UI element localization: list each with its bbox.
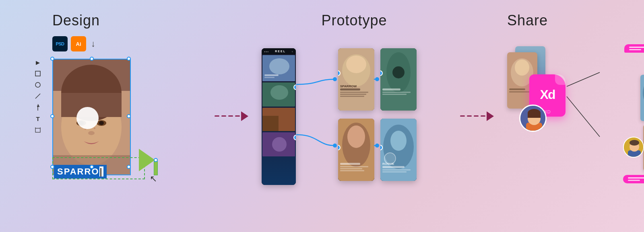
design-section: Design PSD Ai ↓ ▶: [0, 0, 213, 232]
handle-top-center[interactable]: [90, 57, 94, 61]
dash: [221, 115, 226, 117]
design-canvas: ▶ T: [52, 59, 149, 191]
svg-rect-57: [382, 169, 411, 170]
svg-point-62: [375, 77, 379, 81]
prototype-canvas: ●●● REEL ≡: [258, 40, 451, 201]
svg-point-61: [333, 144, 337, 148]
dash: [467, 115, 472, 117]
share-title: Share: [507, 12, 548, 29]
comment-line: [628, 180, 640, 181]
small-phone-1: [640, 75, 644, 121]
svg-line-75: [567, 96, 600, 137]
svg-rect-68: [509, 91, 531, 92]
handle-top-left[interactable]: [50, 57, 54, 61]
svg-rect-36: [340, 94, 366, 95]
rectangle-tool[interactable]: [34, 70, 41, 77]
svg-point-22: [269, 58, 289, 74]
prototype-section: Prototype ●●● REEL ≡: [250, 0, 459, 232]
dash: [215, 115, 219, 117]
svg-rect-23: [264, 74, 279, 76]
handle-mid-left[interactable]: [50, 114, 54, 118]
comment-line: [629, 49, 641, 50]
svg-rect-24: [264, 77, 275, 78]
xd-large-label: Xd: [540, 87, 555, 102]
illustrator-icon[interactable]: Ai: [71, 36, 86, 51]
dash: [481, 115, 485, 117]
arrow-design-to-proto: [213, 111, 250, 121]
handle-bot-left[interactable]: [50, 165, 54, 169]
svg-rect-44: [382, 94, 407, 95]
dashed-line-2: [460, 115, 485, 117]
svg-point-63: [375, 144, 379, 148]
svg-line-74: [567, 72, 600, 86]
pen-tool[interactable]: [34, 104, 41, 111]
dash: [460, 115, 465, 117]
svg-rect-43: [382, 92, 411, 93]
svg-rect-51: [340, 170, 364, 171]
comment-bubble-top: [624, 44, 644, 53]
proto-phone-lake: [380, 48, 417, 111]
svg-rect-4: [35, 128, 40, 132]
design-title: Design: [52, 12, 100, 29]
share-section: Share: [495, 0, 644, 232]
svg-rect-50: [340, 168, 362, 169]
proto-phone-sparrow: SPARROW: [338, 48, 374, 111]
svg-point-47: [347, 125, 365, 148]
green-triangle-shape: [139, 149, 155, 171]
svg-rect-56: [382, 166, 405, 168]
white-circle-overlay: [76, 107, 99, 129]
svg-point-3: [37, 105, 39, 107]
svg-rect-42: [382, 88, 400, 90]
handle-mid-right[interactable]: [127, 114, 131, 118]
artboard-tool[interactable]: [34, 126, 41, 133]
svg-point-30: [272, 137, 287, 152]
comment-line: [629, 47, 644, 48]
dashed-arrow-1: [215, 111, 248, 121]
handle-top-right[interactable]: [127, 57, 131, 61]
svg-point-41: [392, 66, 405, 78]
dashed-arrow-2: [460, 111, 494, 121]
svg-text:ROGUE: ROGUE: [382, 162, 394, 166]
line-tool[interactable]: [34, 92, 41, 100]
svg-rect-0: [35, 71, 40, 76]
svg-rect-48: [340, 163, 360, 165]
share-bottom-right-group: Xd XD: [627, 125, 644, 183]
svg-point-85: [630, 140, 639, 146]
svg-point-60: [333, 77, 337, 81]
photoshop-icon[interactable]: PSD: [52, 36, 68, 51]
svg-rect-35: [340, 92, 368, 93]
prototype-title: Prototype: [321, 12, 387, 29]
svg-point-66: [515, 60, 529, 76]
main-container: Design PSD Ai ↓ ▶: [0, 0, 644, 232]
comment-bubble-bottom: [623, 175, 644, 183]
svg-rect-58: [382, 171, 407, 172]
triangle-handle[interactable]: [154, 158, 158, 162]
svg-text:SPARROW: SPARROW: [340, 84, 357, 88]
dash: [228, 115, 233, 117]
arrow-head-icon: [241, 111, 248, 121]
dashed-line-1: [215, 115, 240, 117]
svg-rect-73: [528, 113, 541, 118]
svg-rect-28: [262, 116, 279, 131]
import-icons-row: PSD Ai ↓: [52, 36, 95, 51]
avatar-person-main: [519, 105, 547, 132]
svg-point-26: [270, 85, 288, 100]
ellipse-tool[interactable]: [34, 81, 41, 88]
handle-bot-right[interactable]: [127, 165, 131, 169]
svg-point-1: [35, 82, 40, 87]
xd-icon-fold: [555, 74, 566, 85]
proto-phone-main: ●●● REEL ≡: [262, 48, 296, 185]
select-tool[interactable]: ▶: [34, 59, 41, 66]
toolbar: ▶ T: [34, 59, 41, 133]
svg-rect-49: [340, 166, 368, 167]
import-arrow-icon: ↓: [91, 39, 95, 49]
text-tool[interactable]: T: [34, 115, 41, 122]
svg-rect-37: [340, 96, 364, 97]
svg-point-33: [346, 55, 366, 73]
dash: [235, 115, 240, 117]
avatar-yellow: [623, 137, 644, 158]
proto-phone-rogue: ROGUE: [380, 119, 417, 181]
dash: [474, 115, 479, 117]
handle-bot-center[interactable]: [90, 165, 94, 169]
svg-line-2: [35, 94, 40, 99]
